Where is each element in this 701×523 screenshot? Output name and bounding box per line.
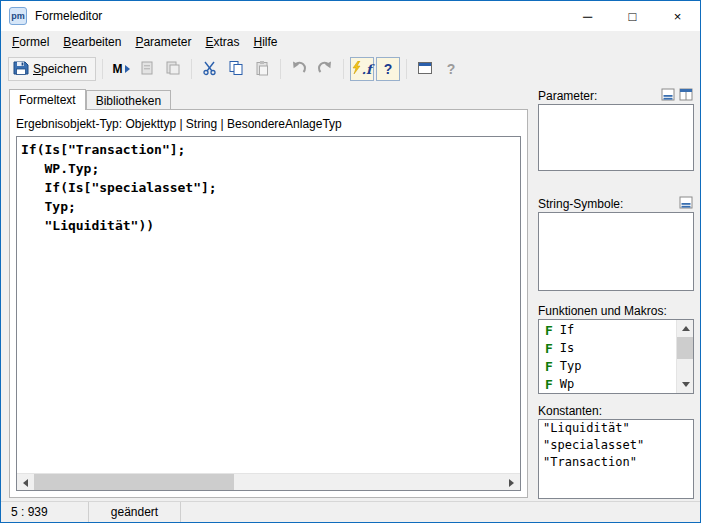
string-symbols-icon[interactable] (679, 196, 694, 213)
scissors-icon (202, 60, 218, 79)
function-name: Typ (560, 359, 582, 373)
parameter-listbox[interactable] (538, 104, 694, 171)
copy-icon (228, 60, 244, 79)
save-button-label: Speichern (33, 62, 87, 76)
window-title: Formeleditor (35, 9, 102, 23)
constants-header: Konstanten: (538, 403, 694, 419)
formula-text[interactable]: If(Is["Transaction"]; WP.Typ; If(Is["spe… (18, 138, 519, 472)
check-formula-button[interactable]: .f (350, 57, 374, 81)
paste-icon (254, 60, 270, 79)
toolbar: Speichern M (1, 53, 700, 85)
toolbar-separator (191, 59, 192, 79)
function-item-wp[interactable]: F Wp (540, 375, 676, 393)
code-line: If(Is["Transaction"]; (21, 140, 516, 159)
function-name: Is (560, 341, 574, 355)
save-button[interactable]: Speichern (8, 57, 96, 81)
toolbar-separator (406, 59, 407, 79)
function-item-if[interactable]: F If (540, 321, 676, 339)
constants-listbox[interactable]: "Liquidität" "specialasset" "Transaction… (538, 419, 694, 499)
scroll-left-arrow[interactable] (17, 474, 34, 491)
constant-item-specialasset[interactable]: "specialasset" (539, 437, 693, 454)
function-name: Wp (560, 377, 574, 391)
code-line: Typ; (21, 197, 516, 216)
result-type-label: Ergebnisobjekt-Typ: Objekttyp | String |… (16, 117, 342, 131)
functions-label: Funktionen und Makros: (538, 304, 667, 318)
up-triangle-icon (682, 326, 690, 331)
string-symbols-listbox[interactable] (538, 212, 694, 291)
right-panel: Parameter: (538, 87, 694, 499)
parameter-list-icon[interactable] (661, 88, 676, 105)
functions-list: F If F Is F Typ F Wp (540, 321, 676, 392)
string-symbols-label: String-Symbole: (538, 197, 623, 211)
formula-f-icon: .f (361, 62, 371, 77)
maximize-button[interactable]: □ (610, 1, 655, 31)
function-icon: F (545, 323, 553, 338)
titlebar: pm Formeleditor ─ □ × (1, 1, 700, 31)
save-icon (13, 60, 29, 79)
insert-macro-icon: M (113, 62, 123, 76)
scroll-right-arrow[interactable] (503, 474, 520, 491)
minimize-button[interactable]: ─ (565, 1, 610, 31)
paste-button[interactable] (250, 57, 274, 81)
horizontal-scroll-thumb[interactable] (34, 474, 234, 490)
undo-icon (291, 60, 307, 79)
right-triangle-icon (509, 479, 514, 487)
function-icon: F (545, 359, 553, 374)
statusbar: 5 : 939 geändert (1, 501, 700, 522)
toolbar-separator (280, 59, 281, 79)
constants-label: Konstanten: (538, 404, 602, 418)
functions-listbox[interactable]: F If F Is F Typ F Wp (538, 319, 694, 394)
result-window-button[interactable] (413, 57, 437, 81)
function-item-is[interactable]: F Is (540, 339, 676, 357)
insert-macro-arrow-icon (125, 65, 130, 73)
cut-button[interactable] (198, 57, 222, 81)
scroll-down-arrow[interactable] (677, 376, 694, 393)
function-name: If (560, 323, 574, 337)
formeltext-page: Ergebnisobjekt-Typ: Objekttyp | String |… (9, 109, 528, 498)
menu-extras[interactable]: Extras (198, 32, 246, 52)
statusbar-state: geändert (89, 502, 181, 522)
functions-vertical-scrollbar[interactable] (676, 320, 693, 393)
constant-item-liquiditaet[interactable]: "Liquidität" (539, 420, 693, 437)
tab-strip: Formeltext Bibliotheken (9, 88, 171, 109)
tab-formeltext[interactable]: Formeltext (9, 89, 86, 110)
formula-editor[interactable]: If(Is["Transaction"]; WP.Typ; If(Is["spe… (16, 136, 521, 491)
code-line: WP.Typ; (21, 159, 516, 178)
help-question-icon: ? (447, 61, 456, 77)
statusbar-position: 5 : 939 (1, 502, 89, 522)
copy-button[interactable] (224, 57, 248, 81)
document-gray-icon (165, 60, 181, 79)
function-icon: F (545, 341, 553, 356)
functions-header: Funktionen und Makros: (538, 303, 694, 319)
parameter-table-icon[interactable] (679, 88, 694, 105)
constant-item-transaction[interactable]: "Transaction" (539, 454, 693, 471)
tab-bibliotheken[interactable]: Bibliotheken (86, 90, 171, 109)
menu-bearbeiten[interactable]: Bearbeiten (56, 32, 128, 52)
menu-parameter[interactable]: Parameter (128, 32, 198, 52)
window-controls: ─ □ × (565, 1, 700, 31)
parameter-label: Parameter: (538, 89, 597, 103)
vertical-scroll-thumb[interactable] (677, 337, 693, 359)
syntax-help-button[interactable]: ? (376, 57, 400, 81)
function-item-typ[interactable]: F Typ (540, 357, 676, 375)
parameter-header: Parameter: (538, 88, 694, 104)
menubar: Formel Bearbeiten Parameter Extras Hilfe (1, 31, 700, 53)
code-line: If(Is["specialasset"]; (21, 178, 516, 197)
help-button[interactable]: ? (439, 57, 463, 81)
insert-disabled-button-1[interactable] (135, 57, 159, 81)
menu-formel[interactable]: Formel (5, 32, 56, 52)
undo-button[interactable] (287, 57, 311, 81)
scroll-up-arrow[interactable] (677, 320, 694, 337)
app-icon-text: pm (11, 11, 25, 21)
redo-button[interactable] (313, 57, 337, 81)
function-icon: F (545, 377, 553, 392)
menu-hilfe[interactable]: Hilfe (247, 32, 285, 52)
down-triangle-icon (682, 382, 690, 387)
close-button[interactable]: × (655, 1, 700, 31)
editor-horizontal-scrollbar[interactable] (17, 473, 520, 490)
statusbar-filler (181, 502, 700, 522)
insert-disabled-button-2[interactable] (161, 57, 185, 81)
insert-macro-button[interactable]: M (109, 57, 133, 81)
code-line: "Liquidität")) (21, 216, 516, 235)
question-mark-icon: ? (384, 61, 393, 77)
